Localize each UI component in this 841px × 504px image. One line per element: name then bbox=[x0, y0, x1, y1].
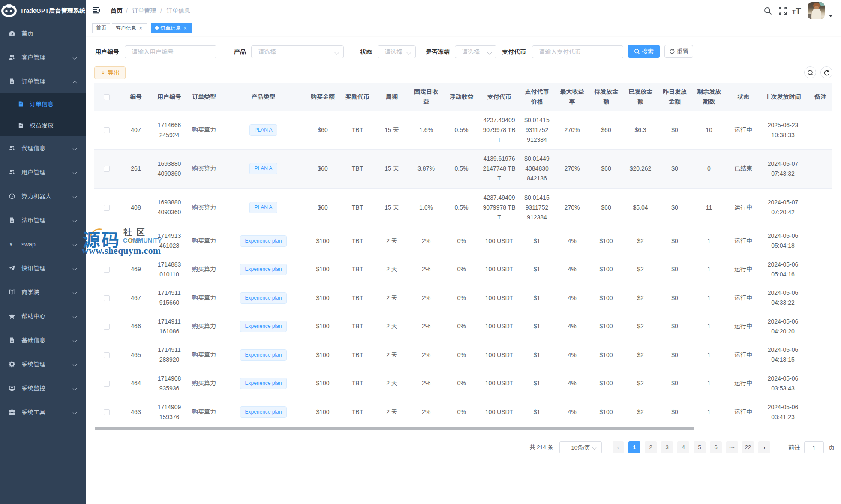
svg-text:¥: ¥ bbox=[9, 241, 13, 248]
